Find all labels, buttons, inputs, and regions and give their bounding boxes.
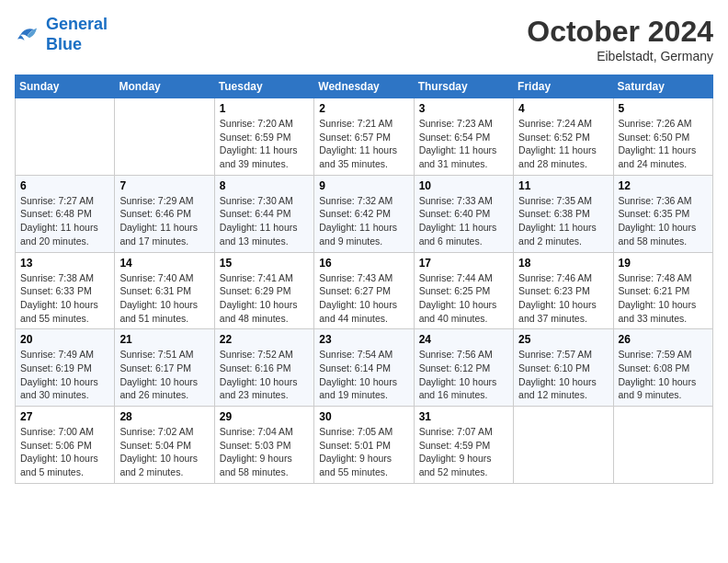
calendar-cell: 16Sunrise: 7:43 AMSunset: 6:27 PMDayligh… xyxy=(314,252,414,329)
day-info: Sunrise: 7:56 AMSunset: 6:12 PMDaylight:… xyxy=(419,348,508,402)
title-block: October 2024 Eibelstadt, Germany xyxy=(527,15,713,63)
day-info: Sunrise: 7:32 AMSunset: 6:42 PMDaylight:… xyxy=(319,194,408,248)
month-title: October 2024 xyxy=(527,15,713,49)
calendar-cell: 15Sunrise: 7:41 AMSunset: 6:29 PMDayligh… xyxy=(214,252,313,329)
calendar-cell xyxy=(514,407,613,484)
day-info: Sunrise: 7:49 AMSunset: 6:19 PMDaylight:… xyxy=(20,348,109,402)
day-info: Sunrise: 7:59 AMSunset: 6:08 PMDaylight:… xyxy=(619,348,708,402)
day-info: Sunrise: 7:43 AMSunset: 6:27 PMDaylight:… xyxy=(319,271,408,326)
calendar-cell: 22Sunrise: 7:52 AMSunset: 6:16 PMDayligh… xyxy=(214,329,313,407)
calendar-cell: 19Sunrise: 7:48 AMSunset: 6:21 PMDayligh… xyxy=(613,252,712,329)
calendar-cell: 20Sunrise: 7:49 AMSunset: 6:19 PMDayligh… xyxy=(16,329,115,407)
day-info: Sunrise: 7:38 AMSunset: 6:33 PMDaylight:… xyxy=(20,271,109,326)
day-number: 14 xyxy=(119,257,209,270)
weekday-header-sunday: Sunday xyxy=(16,75,115,98)
day-number: 13 xyxy=(20,257,109,270)
calendar-cell: 8Sunrise: 7:30 AMSunset: 6:44 PMDaylight… xyxy=(214,175,313,252)
day-number: 9 xyxy=(319,179,408,192)
day-info: Sunrise: 7:07 AMSunset: 4:59 PMDaylight:… xyxy=(419,425,508,479)
day-number: 3 xyxy=(419,102,508,115)
day-number: 29 xyxy=(220,410,309,423)
weekday-header-row: SundayMondayTuesdayWednesdayThursdayFrid… xyxy=(16,75,713,98)
calendar-week-3: 13Sunrise: 7:38 AMSunset: 6:33 PMDayligh… xyxy=(16,252,713,329)
day-info: Sunrise: 7:05 AMSunset: 5:01 PMDaylight:… xyxy=(319,425,408,479)
calendar-cell: 6Sunrise: 7:27 AMSunset: 6:48 PMDaylight… xyxy=(16,175,115,252)
day-info: Sunrise: 7:04 AMSunset: 5:03 PMDaylight:… xyxy=(220,425,309,479)
calendar-cell: 31Sunrise: 7:07 AMSunset: 4:59 PMDayligh… xyxy=(414,407,513,484)
day-number: 19 xyxy=(619,257,708,270)
day-number: 8 xyxy=(220,179,309,192)
calendar-cell: 7Sunrise: 7:29 AMSunset: 6:46 PMDaylight… xyxy=(115,175,214,252)
day-info: Sunrise: 7:40 AMSunset: 6:31 PMDaylight:… xyxy=(119,271,209,326)
day-number: 10 xyxy=(419,179,508,192)
day-number: 4 xyxy=(518,102,608,115)
calendar-cell xyxy=(115,98,214,176)
day-info: Sunrise: 7:20 AMSunset: 6:59 PMDaylight:… xyxy=(220,117,309,171)
calendar-week-4: 20Sunrise: 7:49 AMSunset: 6:19 PMDayligh… xyxy=(16,329,713,407)
calendar-cell: 17Sunrise: 7:44 AMSunset: 6:25 PMDayligh… xyxy=(414,252,513,329)
calendar-cell: 10Sunrise: 7:33 AMSunset: 6:40 PMDayligh… xyxy=(414,175,513,252)
location-label: Eibelstadt, Germany xyxy=(527,49,713,63)
calendar-week-1: 1Sunrise: 7:20 AMSunset: 6:59 PMDaylight… xyxy=(16,98,713,176)
calendar-cell: 4Sunrise: 7:24 AMSunset: 6:52 PMDaylight… xyxy=(514,98,613,176)
calendar-cell: 12Sunrise: 7:36 AMSunset: 6:35 PMDayligh… xyxy=(613,175,712,252)
calendar-cell: 2Sunrise: 7:21 AMSunset: 6:57 PMDaylight… xyxy=(314,98,414,176)
day-number: 27 xyxy=(20,410,109,423)
weekday-header-thursday: Thursday xyxy=(414,75,513,98)
calendar-cell: 27Sunrise: 7:00 AMSunset: 5:06 PMDayligh… xyxy=(16,407,115,484)
calendar-cell: 9Sunrise: 7:32 AMSunset: 6:42 PMDaylight… xyxy=(314,175,414,252)
day-info: Sunrise: 7:46 AMSunset: 6:23 PMDaylight:… xyxy=(518,271,608,326)
day-info: Sunrise: 7:00 AMSunset: 5:06 PMDaylight:… xyxy=(20,425,109,479)
day-info: Sunrise: 7:02 AMSunset: 5:04 PMDaylight:… xyxy=(119,425,209,479)
day-number: 24 xyxy=(419,333,508,346)
weekday-header-wednesday: Wednesday xyxy=(314,75,414,98)
day-info: Sunrise: 7:27 AMSunset: 6:48 PMDaylight:… xyxy=(20,194,109,248)
day-number: 11 xyxy=(518,179,608,192)
calendar-week-5: 27Sunrise: 7:00 AMSunset: 5:06 PMDayligh… xyxy=(16,407,713,484)
calendar-cell: 3Sunrise: 7:23 AMSunset: 6:54 PMDaylight… xyxy=(414,98,513,176)
day-info: Sunrise: 7:57 AMSunset: 6:10 PMDaylight:… xyxy=(518,348,608,402)
day-info: Sunrise: 7:54 AMSunset: 6:14 PMDaylight:… xyxy=(319,348,408,402)
day-number: 21 xyxy=(119,333,209,346)
day-number: 18 xyxy=(518,257,608,270)
day-info: Sunrise: 7:51 AMSunset: 6:17 PMDaylight:… xyxy=(119,348,209,402)
calendar-cell: 25Sunrise: 7:57 AMSunset: 6:10 PMDayligh… xyxy=(514,329,613,407)
day-info: Sunrise: 7:30 AMSunset: 6:44 PMDaylight:… xyxy=(220,194,309,248)
calendar-table: SundayMondayTuesdayWednesdayThursdayFrid… xyxy=(15,75,713,484)
calendar-week-2: 6Sunrise: 7:27 AMSunset: 6:48 PMDaylight… xyxy=(16,175,713,252)
day-info: Sunrise: 7:44 AMSunset: 6:25 PMDaylight:… xyxy=(419,271,508,326)
day-info: Sunrise: 7:33 AMSunset: 6:40 PMDaylight:… xyxy=(419,194,508,248)
calendar-cell: 23Sunrise: 7:54 AMSunset: 6:14 PMDayligh… xyxy=(314,329,414,407)
calendar-cell: 26Sunrise: 7:59 AMSunset: 6:08 PMDayligh… xyxy=(613,329,712,407)
day-info: Sunrise: 7:26 AMSunset: 6:50 PMDaylight:… xyxy=(619,117,708,171)
calendar-cell: 14Sunrise: 7:40 AMSunset: 6:31 PMDayligh… xyxy=(115,252,214,329)
day-number: 16 xyxy=(319,257,408,270)
day-number: 1 xyxy=(220,102,309,115)
day-info: Sunrise: 7:23 AMSunset: 6:54 PMDaylight:… xyxy=(419,117,508,171)
day-info: Sunrise: 7:21 AMSunset: 6:57 PMDaylight:… xyxy=(319,117,408,171)
day-info: Sunrise: 7:48 AMSunset: 6:21 PMDaylight:… xyxy=(619,271,708,326)
weekday-header-monday: Monday xyxy=(115,75,214,98)
day-info: Sunrise: 7:35 AMSunset: 6:38 PMDaylight:… xyxy=(518,194,608,248)
logo-blue: Blue xyxy=(46,35,82,53)
calendar-cell: 21Sunrise: 7:51 AMSunset: 6:17 PMDayligh… xyxy=(115,329,214,407)
day-number: 30 xyxy=(319,410,408,423)
day-number: 12 xyxy=(619,179,708,192)
calendar-cell: 13Sunrise: 7:38 AMSunset: 6:33 PMDayligh… xyxy=(16,252,115,329)
day-info: Sunrise: 7:24 AMSunset: 6:52 PMDaylight:… xyxy=(518,117,608,171)
calendar-cell: 28Sunrise: 7:02 AMSunset: 5:04 PMDayligh… xyxy=(115,407,214,484)
calendar-cell: 5Sunrise: 7:26 AMSunset: 6:50 PMDaylight… xyxy=(613,98,712,176)
weekday-header-friday: Friday xyxy=(514,75,613,98)
calendar-cell: 18Sunrise: 7:46 AMSunset: 6:23 PMDayligh… xyxy=(514,252,613,329)
day-info: Sunrise: 7:52 AMSunset: 6:16 PMDaylight:… xyxy=(220,348,309,402)
calendar-cell: 29Sunrise: 7:04 AMSunset: 5:03 PMDayligh… xyxy=(214,407,313,484)
day-info: Sunrise: 7:41 AMSunset: 6:29 PMDaylight:… xyxy=(220,271,309,326)
weekday-header-tuesday: Tuesday xyxy=(214,75,313,98)
day-number: 20 xyxy=(20,333,109,346)
day-number: 15 xyxy=(220,257,309,270)
page-header: General Blue October 2024 Eibelstadt, Ge… xyxy=(15,15,713,63)
logo-icon xyxy=(15,21,42,49)
day-number: 5 xyxy=(619,102,708,115)
day-number: 6 xyxy=(20,179,109,192)
logo-general: General xyxy=(46,15,108,33)
